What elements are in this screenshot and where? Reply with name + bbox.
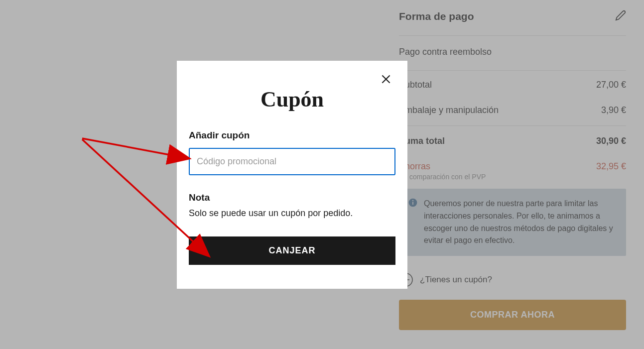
- note-label: Nota: [189, 192, 395, 203]
- note-text: Solo se puede usar un cupón por pedido.: [189, 208, 395, 219]
- redeem-button[interactable]: CANJEAR: [189, 236, 395, 265]
- coupon-modal: Cupón Añadir cupón Nota Solo se puede us…: [177, 61, 407, 289]
- close-icon[interactable]: [380, 73, 392, 88]
- promo-code-input[interactable]: [189, 148, 395, 175]
- add-coupon-label: Añadir cupón: [189, 130, 395, 141]
- modal-title: Cupón: [189, 87, 395, 112]
